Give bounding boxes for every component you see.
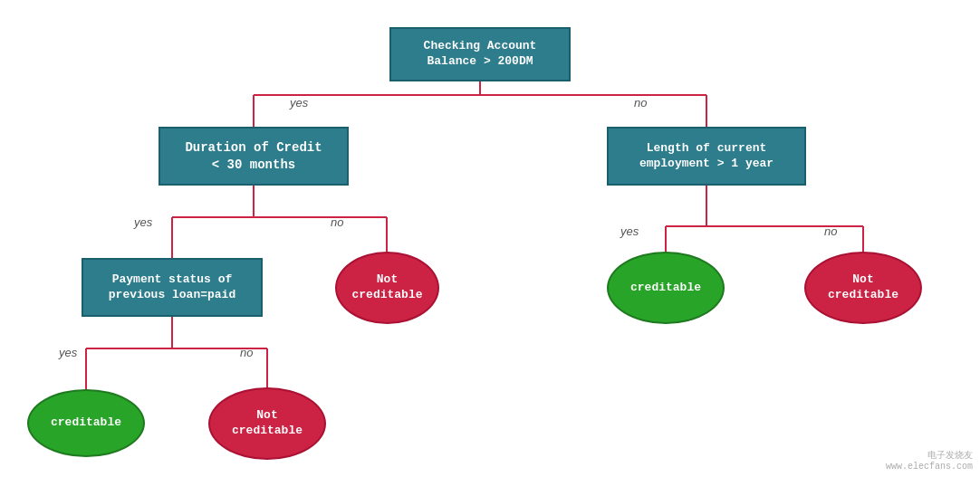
decision-tree-diagram: Checking Account Balance > 200DM yes no … [0,0,980,477]
creditable-node-2: creditable [607,252,725,324]
duration-node: Duration of Credit< 30 months [159,127,349,186]
not-creditable-node-1: Notcreditable [335,252,439,324]
watermark-line2: www.elecfans.com [886,462,973,472]
payment-node: Payment status ofprevious loan=paid [82,258,263,317]
root-node: Checking Account Balance > 200DM [389,27,571,81]
label-yes1: yes [290,96,308,110]
not-creditable-node-3: Notcreditable [804,252,922,324]
label-yes4: yes [59,346,77,359]
label-no1: no [634,96,647,110]
label-yes3: yes [620,224,639,238]
label-yes2: yes [134,215,152,229]
not-creditable-node-2: Notcreditable [208,387,326,460]
label-no2: no [331,215,343,229]
watermark-line1: 电子发烧友 [886,449,973,462]
creditable-node-1: creditable [27,389,145,457]
label-no4: no [240,346,253,359]
watermark: 电子发烧友 www.elecfans.com [886,449,973,472]
employment-node: Length of currentemployment > 1 year [607,127,806,186]
label-no3: no [824,224,837,238]
